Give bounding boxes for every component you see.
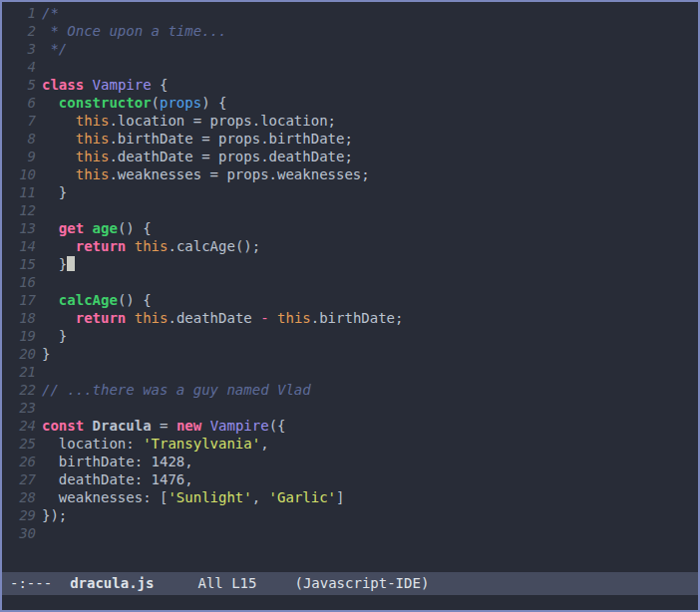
modeline-filename[interactable]: dracula.js bbox=[70, 572, 154, 595]
code-line[interactable]: 27 deathDate: 1476, bbox=[6, 470, 698, 488]
code-token[interactable] bbox=[84, 77, 92, 93]
code-line[interactable]: 29}); bbox=[6, 506, 698, 524]
code-line[interactable]: 12 bbox=[6, 201, 698, 219]
code-token[interactable]: () { bbox=[118, 292, 152, 308]
code-line[interactable]: 30 bbox=[6, 524, 698, 542]
code-line[interactable]: 6 constructor(props) { bbox=[6, 94, 698, 112]
code-token[interactable]: { bbox=[152, 77, 169, 93]
code-token[interactable]: ( bbox=[152, 95, 160, 111]
code-token[interactable]: .location = props.location; bbox=[109, 113, 336, 129]
code-token[interactable]: class bbox=[42, 77, 84, 93]
code-buffer[interactable]: 1/*2 * Once upon a time...3 */45class Va… bbox=[2, 2, 698, 572]
code-token[interactable]: Vampire bbox=[93, 77, 152, 93]
code-token[interactable]: age bbox=[93, 220, 118, 236]
code-token[interactable]: .birthDate = props.birthDate; bbox=[109, 131, 352, 147]
code-token[interactable] bbox=[42, 220, 59, 236]
code-line[interactable]: 8 this.birthDate = props.birthDate; bbox=[6, 130, 698, 148]
code-token[interactable]: return bbox=[76, 238, 127, 254]
code-line[interactable]: 2 * Once upon a time... bbox=[6, 22, 698, 40]
code-line[interactable]: 14 return this.calcAge(); bbox=[6, 237, 698, 255]
code-line[interactable]: 23 bbox=[6, 399, 698, 417]
code-token[interactable] bbox=[126, 238, 134, 254]
code-line[interactable]: 18 return this.deathDate - this.birthDat… bbox=[6, 309, 698, 327]
code-token[interactable]: * Once upon a time... bbox=[42, 23, 226, 39]
code-line[interactable]: 16 bbox=[6, 273, 698, 291]
code-token[interactable]: 'Transylvania' bbox=[143, 436, 260, 452]
text-cursor[interactable] bbox=[67, 256, 75, 271]
code-token[interactable] bbox=[42, 292, 59, 308]
code-token[interactable]: 'Garlic' bbox=[269, 489, 336, 505]
code-line[interactable]: 28 weaknesses: ['Sunlight', 'Garlic'] bbox=[6, 488, 698, 506]
code-token[interactable]: , bbox=[260, 436, 268, 452]
code-line[interactable]: 7 this.location = props.location; bbox=[6, 112, 698, 130]
code-token[interactable]: Vampire bbox=[210, 418, 269, 434]
code-token[interactable]: calcAge bbox=[59, 292, 118, 308]
code-token[interactable] bbox=[84, 418, 92, 434]
code-token[interactable]: this bbox=[76, 166, 110, 182]
code-token[interactable]: location: bbox=[42, 436, 143, 452]
code-token[interactable]: } bbox=[42, 256, 67, 272]
code-token[interactable]: /* bbox=[42, 5, 59, 21]
code-line[interactable]: 15 } bbox=[6, 255, 698, 273]
code-line[interactable]: 25 location: 'Transylvania', bbox=[6, 435, 698, 453]
code-token[interactable] bbox=[42, 238, 76, 254]
code-line[interactable]: 9 this.deathDate = props.deathDate; bbox=[6, 148, 698, 165]
code-line[interactable]: 13 get age() { bbox=[6, 219, 698, 237]
modeline-major-mode[interactable]: (Javascript-IDE) bbox=[294, 572, 429, 595]
code-token[interactable]: .birthDate; bbox=[311, 310, 404, 326]
code-token[interactable] bbox=[42, 113, 76, 129]
code-line[interactable]: 17 calcAge() { bbox=[6, 291, 698, 309]
code-token[interactable] bbox=[201, 418, 209, 434]
code-token[interactable] bbox=[42, 166, 76, 182]
code-token[interactable] bbox=[42, 95, 59, 111]
code-token[interactable]: }); bbox=[42, 507, 67, 523]
code-token[interactable]: birthDate: 1428, bbox=[42, 454, 193, 469]
code-line[interactable]: 5class Vampire { bbox=[6, 76, 698, 94]
code-line[interactable]: 20} bbox=[6, 345, 698, 363]
code-token[interactable]: get bbox=[59, 220, 84, 236]
code-token[interactable]: props bbox=[160, 95, 201, 111]
code-token[interactable]: ({ bbox=[269, 418, 286, 434]
code-token[interactable]: 'Sunlight' bbox=[168, 489, 251, 505]
code-token[interactable]: .calcAge(); bbox=[168, 238, 260, 254]
code-token[interactable] bbox=[126, 310, 134, 326]
code-line[interactable]: 4 bbox=[6, 58, 698, 76]
code-token[interactable]: new bbox=[176, 418, 201, 434]
code-token[interactable]: this bbox=[76, 131, 110, 147]
code-token[interactable]: */ bbox=[42, 41, 67, 57]
code-token[interactable]: .deathDate bbox=[168, 310, 260, 326]
code-token[interactable]: weaknesses: [ bbox=[42, 489, 168, 505]
code-token[interactable]: } bbox=[42, 328, 67, 344]
code-token[interactable]: } bbox=[42, 184, 67, 200]
code-token[interactable]: constructor bbox=[59, 95, 152, 111]
code-token[interactable] bbox=[42, 310, 76, 326]
code-token[interactable]: this bbox=[76, 149, 110, 164]
code-token[interactable]: } bbox=[42, 346, 50, 362]
code-token[interactable]: .deathDate = props.deathDate; bbox=[109, 149, 352, 164]
code-token[interactable]: deathDate: 1476, bbox=[42, 471, 193, 487]
code-line[interactable]: 24const Dracula = new Vampire({ bbox=[6, 417, 698, 435]
code-line[interactable]: 21 bbox=[6, 363, 698, 381]
code-line[interactable]: 11 } bbox=[6, 183, 698, 201]
code-token[interactable]: = bbox=[152, 418, 176, 434]
code-token[interactable] bbox=[269, 310, 277, 326]
code-token[interactable]: ) { bbox=[201, 95, 226, 111]
code-token[interactable]: this bbox=[277, 310, 311, 326]
code-token[interactable]: Dracula bbox=[93, 418, 152, 434]
code-token[interactable] bbox=[42, 149, 76, 164]
code-line[interactable]: 19 } bbox=[6, 327, 698, 345]
code-line[interactable]: 10 this.weaknesses = props.weaknesses; bbox=[6, 165, 698, 183]
code-token[interactable]: ] bbox=[336, 489, 344, 505]
code-token[interactable]: this bbox=[135, 238, 169, 254]
code-token[interactable] bbox=[42, 131, 76, 147]
code-line[interactable]: 26 birthDate: 1428, bbox=[6, 453, 698, 470]
code-token[interactable]: this bbox=[135, 310, 169, 326]
code-token[interactable]: // ...there was a guy named Vlad bbox=[42, 382, 311, 398]
code-token[interactable]: .weaknesses = props.weaknesses; bbox=[109, 166, 369, 182]
code-line[interactable]: 1/* bbox=[6, 4, 698, 22]
code-token[interactable]: () { bbox=[118, 220, 152, 236]
code-token[interactable]: this bbox=[76, 113, 110, 129]
code-line[interactable]: 22// ...there was a guy named Vlad bbox=[6, 381, 698, 399]
code-token[interactable] bbox=[84, 220, 92, 236]
code-token[interactable]: , bbox=[252, 489, 269, 505]
